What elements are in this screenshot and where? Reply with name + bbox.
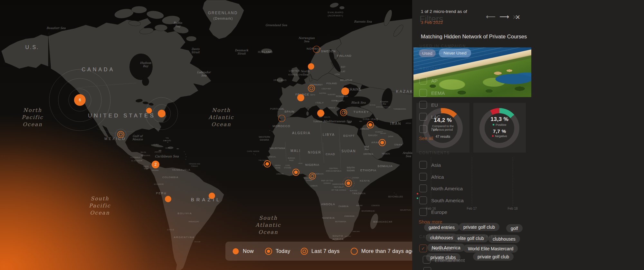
keyword-tag[interactable]: private golf club bbox=[473, 253, 514, 261]
trend-title: Matching Hidden Network of Private Cours… bbox=[421, 33, 527, 41]
micro-trend-popup: 1 of 2 micro-trend as of 3 Feb 2022 ⟵ ⟶ … bbox=[412, 0, 644, 270]
event-marker-today-core bbox=[381, 141, 384, 145]
event-marker-now[interactable] bbox=[308, 63, 314, 70]
event-marker-older[interactable] bbox=[313, 46, 320, 53]
event-marker-today-core bbox=[369, 123, 372, 127]
legend-last7-icon bbox=[300, 247, 308, 255]
event-marker-now[interactable] bbox=[317, 110, 324, 117]
next-arrow-button[interactable]: ⟶ bbox=[499, 13, 509, 21]
trend-axis-tick: Feb 16 bbox=[426, 207, 436, 210]
trend-gridline bbox=[513, 157, 513, 206]
close-icon[interactable]: ✕ bbox=[515, 14, 520, 21]
keyword-tag[interactable]: World Elite Mastercard bbox=[463, 245, 518, 253]
legend-item-last7: Last 7 days bbox=[300, 242, 340, 261]
event-marker-last7-inner bbox=[310, 87, 313, 90]
event-marker-last7[interactable] bbox=[340, 109, 347, 116]
positive-legend: Positive bbox=[493, 123, 506, 126]
positive-dot-icon bbox=[493, 124, 494, 125]
world-map[interactable]: U.S.CANADAUNITED STATESGREENLAND(Denmark… bbox=[0, 0, 412, 270]
keyword-tag[interactable]: golf bbox=[506, 224, 523, 232]
trend-axis-tick: Feb 18 bbox=[507, 207, 517, 210]
legend-label: More than 7 days ago bbox=[361, 248, 412, 254]
trend-date: 3 Feb 2022 bbox=[421, 20, 443, 25]
map-markers-layer: 62 bbox=[0, 0, 412, 270]
event-marker-today-core bbox=[294, 171, 298, 174]
trend-axis-tick: Feb 17 bbox=[467, 207, 477, 210]
event-marker-today-core bbox=[266, 162, 269, 166]
event-marker-last7[interactable] bbox=[308, 85, 315, 92]
map-legend: NowTodayLast 7 daysMore than 7 days ago bbox=[225, 242, 412, 261]
trend-gridline bbox=[472, 157, 472, 206]
keyword-tag[interactable]: gated entries bbox=[424, 223, 459, 231]
legend-item-p7: More than 7 days ago bbox=[350, 242, 412, 261]
trend-gridline bbox=[431, 157, 431, 206]
event-marker-now[interactable] bbox=[341, 87, 349, 95]
prev-arrow-button[interactable]: ⟵ bbox=[486, 13, 496, 21]
legend-label: Last 7 days bbox=[311, 248, 340, 254]
legend-today-icon bbox=[264, 247, 273, 255]
app-root: U.S.CANADAUNITED STATESGREENLAND(Denmark… bbox=[0, 0, 644, 270]
event-marker-last7-inner bbox=[311, 175, 314, 178]
legend-item-now: Now bbox=[232, 242, 254, 261]
trend-percent: 14,2 % bbox=[434, 117, 452, 124]
keyword-tag[interactable]: clubhouses bbox=[426, 234, 458, 242]
legend-now-icon bbox=[232, 247, 240, 255]
positive-percent: 13,3 % bbox=[491, 116, 509, 123]
event-marker-last7[interactable] bbox=[118, 131, 124, 138]
legend-p7-icon bbox=[350, 247, 358, 255]
event-marker-now[interactable] bbox=[158, 110, 166, 117]
trend-stat-card: 14,2 % Compared to theprevious period 47… bbox=[416, 103, 469, 153]
trend-point-positive bbox=[417, 197, 418, 199]
sentiment-stat-card: 13,3 % Positive 7,7 % Negative bbox=[473, 103, 526, 153]
keyword-tag[interactable]: North America bbox=[427, 244, 465, 252]
keyword-tag[interactable]: private golf club bbox=[459, 223, 499, 231]
event-marker-now[interactable] bbox=[209, 193, 215, 199]
negative-legend: Negative bbox=[492, 134, 507, 138]
keyword-tag[interactable]: private clubs bbox=[426, 253, 460, 261]
event-marker-older[interactable] bbox=[279, 115, 285, 122]
legend-label: Today bbox=[276, 248, 290, 254]
marker-count-badge: 6 bbox=[79, 98, 81, 102]
trend-point-negative bbox=[417, 193, 418, 195]
event-marker-last7-inner bbox=[342, 111, 345, 114]
legend-item-today: Today bbox=[264, 242, 290, 261]
event-marker-now[interactable] bbox=[146, 108, 152, 114]
golf-course-image bbox=[413, 47, 531, 97]
keyword-tag[interactable]: clubhouses bbox=[488, 235, 520, 243]
negative-percent: 7,7 % bbox=[493, 128, 506, 134]
pager-text: 1 of 2 micro-trend as of bbox=[421, 9, 467, 14]
keyword-tag[interactable]: elite golf club bbox=[453, 234, 488, 242]
event-marker-now[interactable] bbox=[297, 94, 304, 101]
trend-caption: Compared to theprevious period bbox=[432, 125, 454, 132]
legend-label: Now bbox=[243, 248, 254, 254]
trend-results-count: 47 results bbox=[436, 135, 450, 138]
event-marker-last7-inner bbox=[119, 133, 122, 136]
event-marker-now[interactable] bbox=[165, 196, 171, 202]
negative-dot-icon bbox=[492, 135, 494, 137]
event-marker-today-core bbox=[347, 182, 350, 185]
side-panel: 1 of 2 micro-trend as of 3 Feb 2022 ⟵ ⟶ … bbox=[412, 0, 644, 270]
marker-count-badge: 2 bbox=[155, 162, 157, 167]
marker-ripple-ring bbox=[115, 129, 126, 140]
event-marker-last7[interactable] bbox=[309, 173, 316, 179]
